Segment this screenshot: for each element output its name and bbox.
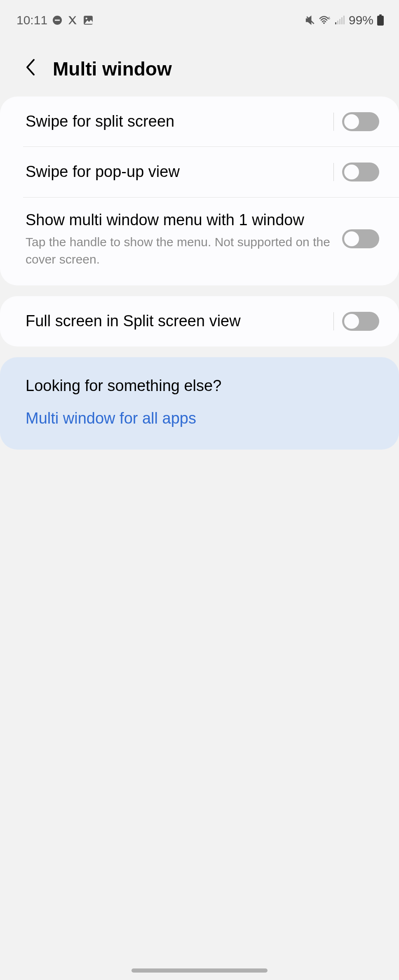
svg-rect-8 — [339, 19, 340, 24]
suggestion-card: Looking for something else? Multi window… — [0, 357, 399, 450]
mute-icon — [305, 15, 316, 26]
back-icon[interactable] — [25, 58, 36, 80]
status-time: 10:11 — [16, 13, 47, 27]
dnd-icon — [52, 15, 62, 25]
toggle-show-menu[interactable] — [342, 229, 379, 248]
suggestion-title: Looking for something else? — [26, 377, 373, 395]
suggestion-link[interactable]: Multi window for all apps — [26, 410, 373, 427]
svg-rect-10 — [343, 16, 345, 24]
setting-show-menu[interactable]: Show multi window menu with 1 window Tap… — [0, 198, 399, 285]
setting-label: Show multi window menu with 1 window — [26, 210, 342, 230]
setting-label: Full screen in Split screen view — [26, 311, 333, 331]
setting-subtitle: Tap the handle to show the menu. Not sup… — [26, 233, 342, 268]
svg-point-4 — [323, 22, 325, 24]
status-right: 6 99% — [305, 13, 384, 27]
setting-fullscreen-split[interactable]: Full screen in Split screen view — [0, 296, 399, 346]
picture-icon — [83, 15, 94, 26]
x-app-icon — [67, 15, 78, 26]
setting-swipe-popup[interactable]: Swipe for pop-up view — [0, 147, 399, 197]
setting-label: Swipe for split screen — [26, 111, 333, 132]
wifi-icon: 6 — [319, 15, 331, 25]
setting-label: Swipe for pop-up view — [26, 162, 333, 182]
svg-rect-1 — [55, 20, 60, 21]
toggle-swipe-split[interactable] — [342, 112, 379, 131]
toggle-swipe-popup[interactable] — [342, 163, 379, 181]
status-bar: 10:11 6 99% — [0, 0, 399, 33]
page-header: Multi window — [0, 33, 399, 97]
svg-text:6: 6 — [328, 16, 330, 20]
status-left: 10:11 — [16, 13, 94, 27]
settings-card-2: Full screen in Split screen view — [0, 296, 399, 346]
page-title: Multi window — [53, 58, 172, 80]
setting-swipe-split[interactable]: Swipe for split screen — [0, 97, 399, 146]
signal-icon — [335, 16, 345, 25]
battery-icon — [377, 14, 384, 26]
battery-text: 99% — [349, 13, 373, 27]
nav-handle[interactable] — [131, 968, 268, 973]
svg-rect-9 — [341, 17, 343, 24]
toggle-divider — [333, 312, 334, 330]
svg-rect-11 — [379, 14, 382, 16]
svg-rect-12 — [377, 16, 384, 26]
svg-point-3 — [86, 18, 87, 19]
settings-card-1: Swipe for split screen Swipe for pop-up … — [0, 97, 399, 285]
toggle-fullscreen-split[interactable] — [342, 312, 379, 331]
svg-rect-6 — [335, 22, 336, 24]
svg-rect-7 — [337, 21, 338, 24]
toggle-divider — [333, 163, 334, 181]
toggle-divider — [333, 113, 334, 131]
